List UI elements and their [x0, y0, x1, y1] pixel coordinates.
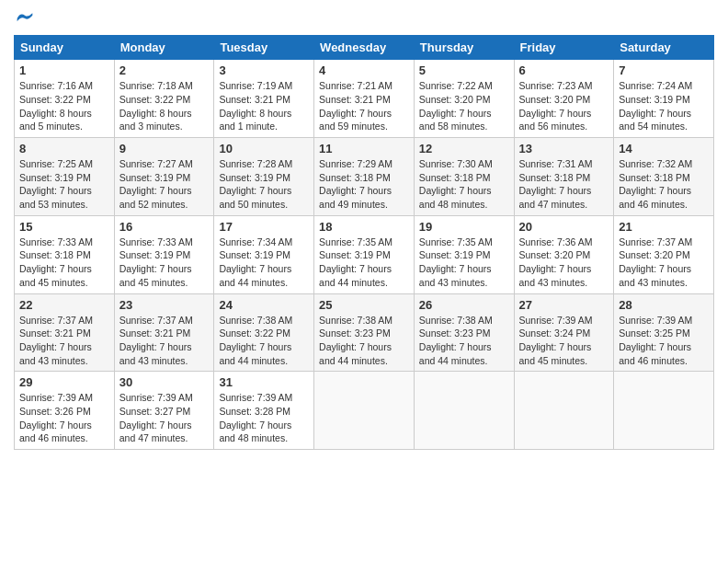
day-number: 24 — [219, 298, 309, 312]
calendar-day-cell: 28 Sunrise: 7:39 AM Sunset: 3:25 PM Dayl… — [614, 293, 714, 372]
day-info: Sunrise: 7:38 AM Sunset: 3:23 PM Dayligh… — [319, 314, 409, 368]
calendar-day-cell: 15 Sunrise: 7:33 AM Sunset: 3:18 PM Dayl… — [15, 215, 115, 293]
page-container: SundayMondayTuesdayWednesdayThursdayFrid… — [0, 0, 728, 459]
calendar-day-cell: 30 Sunrise: 7:39 AM Sunset: 3:27 PM Dayl… — [114, 372, 214, 450]
day-info: Sunrise: 7:39 AM Sunset: 3:26 PM Dayligh… — [19, 391, 109, 445]
day-number: 5 — [419, 63, 509, 77]
calendar-table: SundayMondayTuesdayWednesdayThursdayFrid… — [14, 35, 714, 450]
day-number: 7 — [619, 63, 709, 77]
day-info: Sunrise: 7:29 AM Sunset: 3:18 PM Dayligh… — [319, 157, 409, 212]
calendar-week-row: 1 Sunrise: 7:16 AM Sunset: 3:22 PM Dayli… — [15, 60, 714, 138]
logo — [14, 9, 34, 28]
day-number: 17 — [219, 220, 309, 234]
day-header-thursday: Thursday — [414, 36, 514, 60]
calendar-day-cell: 29 Sunrise: 7:39 AM Sunset: 3:26 PM Dayl… — [15, 372, 115, 450]
day-number: 27 — [519, 298, 609, 312]
day-info: Sunrise: 7:24 AM Sunset: 3:19 PM Dayligh… — [619, 79, 709, 133]
calendar-week-row: 15 Sunrise: 7:33 AM Sunset: 3:18 PM Dayl… — [15, 215, 714, 293]
day-info: Sunrise: 7:23 AM Sunset: 3:20 PM Dayligh… — [519, 79, 609, 133]
day-number: 23 — [119, 298, 210, 312]
calendar-day-cell: 2 Sunrise: 7:18 AM Sunset: 3:22 PM Dayli… — [114, 60, 214, 138]
day-info: Sunrise: 7:33 AM Sunset: 3:18 PM Dayligh… — [19, 236, 109, 290]
calendar-day-cell: 11 Sunrise: 7:29 AM Sunset: 3:18 PM Dayl… — [314, 138, 415, 216]
calendar-day-cell: 9 Sunrise: 7:27 AM Sunset: 3:19 PM Dayli… — [114, 138, 214, 216]
day-info: Sunrise: 7:21 AM Sunset: 3:21 PM Dayligh… — [319, 79, 409, 133]
day-number: 3 — [219, 63, 309, 77]
day-header-sunday: Sunday — [15, 36, 115, 60]
calendar-week-row: 29 Sunrise: 7:39 AM Sunset: 3:26 PM Dayl… — [15, 372, 714, 450]
calendar-week-row: 22 Sunrise: 7:37 AM Sunset: 3:21 PM Dayl… — [15, 293, 714, 372]
day-number: 11 — [319, 142, 409, 155]
day-info: Sunrise: 7:16 AM Sunset: 3:22 PM Dayligh… — [19, 79, 109, 133]
day-info: Sunrise: 7:39 AM Sunset: 3:25 PM Dayligh… — [619, 314, 709, 368]
day-info: Sunrise: 7:37 AM Sunset: 3:21 PM Dayligh… — [119, 314, 210, 368]
calendar-day-cell: 6 Sunrise: 7:23 AM Sunset: 3:20 PM Dayli… — [514, 60, 614, 138]
calendar-day-cell — [614, 372, 714, 450]
calendar-day-cell: 4 Sunrise: 7:21 AM Sunset: 3:21 PM Dayli… — [314, 60, 415, 138]
calendar-day-cell — [514, 372, 614, 450]
day-number: 12 — [419, 142, 509, 155]
day-info: Sunrise: 7:19 AM Sunset: 3:21 PM Dayligh… — [219, 79, 309, 133]
day-info: Sunrise: 7:37 AM Sunset: 3:21 PM Dayligh… — [19, 314, 109, 368]
day-info: Sunrise: 7:38 AM Sunset: 3:23 PM Dayligh… — [419, 314, 509, 368]
day-info: Sunrise: 7:38 AM Sunset: 3:22 PM Dayligh… — [219, 314, 309, 368]
day-header-wednesday: Wednesday — [314, 36, 415, 60]
header — [14, 9, 714, 28]
day-number: 19 — [419, 220, 509, 234]
calendar-day-cell: 13 Sunrise: 7:31 AM Sunset: 3:18 PM Dayl… — [514, 138, 614, 216]
day-info: Sunrise: 7:32 AM Sunset: 3:18 PM Dayligh… — [619, 157, 709, 212]
day-info: Sunrise: 7:33 AM Sunset: 3:19 PM Dayligh… — [119, 236, 210, 290]
calendar-day-cell: 10 Sunrise: 7:28 AM Sunset: 3:19 PM Dayl… — [214, 138, 314, 216]
calendar-day-cell: 17 Sunrise: 7:34 AM Sunset: 3:19 PM Dayl… — [214, 215, 314, 293]
calendar-header-row: SundayMondayTuesdayWednesdayThursdayFrid… — [15, 36, 714, 60]
day-number: 4 — [319, 63, 409, 77]
day-info: Sunrise: 7:30 AM Sunset: 3:18 PM Dayligh… — [419, 157, 509, 212]
day-header-tuesday: Tuesday — [214, 36, 314, 60]
day-number: 10 — [219, 142, 309, 155]
calendar-day-cell: 24 Sunrise: 7:38 AM Sunset: 3:22 PM Dayl… — [214, 293, 314, 372]
day-info: Sunrise: 7:34 AM Sunset: 3:19 PM Dayligh… — [219, 236, 309, 290]
calendar-day-cell: 19 Sunrise: 7:35 AM Sunset: 3:19 PM Dayl… — [414, 215, 514, 293]
calendar-day-cell: 25 Sunrise: 7:38 AM Sunset: 3:23 PM Dayl… — [314, 293, 415, 372]
day-info: Sunrise: 7:37 AM Sunset: 3:20 PM Dayligh… — [619, 236, 709, 290]
day-header-friday: Friday — [514, 36, 614, 60]
calendar-day-cell: 27 Sunrise: 7:39 AM Sunset: 3:24 PM Dayl… — [514, 293, 614, 372]
day-number: 30 — [119, 375, 210, 389]
calendar-day-cell: 21 Sunrise: 7:37 AM Sunset: 3:20 PM Dayl… — [614, 215, 714, 293]
calendar-day-cell: 16 Sunrise: 7:33 AM Sunset: 3:19 PM Dayl… — [114, 215, 214, 293]
calendar-day-cell: 8 Sunrise: 7:25 AM Sunset: 3:19 PM Dayli… — [15, 138, 115, 216]
day-number: 13 — [519, 142, 609, 155]
day-number: 20 — [519, 220, 609, 234]
day-number: 1 — [19, 63, 109, 77]
day-info: Sunrise: 7:39 AM Sunset: 3:24 PM Dayligh… — [519, 314, 609, 368]
day-number: 9 — [119, 142, 210, 155]
day-number: 15 — [19, 220, 109, 234]
calendar-day-cell — [414, 372, 514, 450]
day-number: 2 — [119, 63, 210, 77]
calendar-day-cell: 31 Sunrise: 7:39 AM Sunset: 3:28 PM Dayl… — [214, 372, 314, 450]
calendar-day-cell: 18 Sunrise: 7:35 AM Sunset: 3:19 PM Dayl… — [314, 215, 415, 293]
calendar-day-cell: 12 Sunrise: 7:30 AM Sunset: 3:18 PM Dayl… — [414, 138, 514, 216]
day-number: 28 — [619, 298, 709, 312]
day-info: Sunrise: 7:35 AM Sunset: 3:19 PM Dayligh… — [419, 236, 509, 290]
day-info: Sunrise: 7:35 AM Sunset: 3:19 PM Dayligh… — [319, 236, 409, 290]
calendar-day-cell: 23 Sunrise: 7:37 AM Sunset: 3:21 PM Dayl… — [114, 293, 214, 372]
day-info: Sunrise: 7:27 AM Sunset: 3:19 PM Dayligh… — [119, 157, 210, 212]
day-number: 29 — [19, 375, 109, 389]
calendar-week-row: 8 Sunrise: 7:25 AM Sunset: 3:19 PM Dayli… — [15, 138, 714, 216]
day-info: Sunrise: 7:22 AM Sunset: 3:20 PM Dayligh… — [419, 79, 509, 133]
calendar-day-cell: 14 Sunrise: 7:32 AM Sunset: 3:18 PM Dayl… — [614, 138, 714, 216]
day-number: 14 — [619, 142, 709, 155]
day-number: 16 — [119, 220, 210, 234]
calendar-day-cell: 22 Sunrise: 7:37 AM Sunset: 3:21 PM Dayl… — [15, 293, 115, 372]
day-info: Sunrise: 7:36 AM Sunset: 3:20 PM Dayligh… — [519, 236, 609, 290]
day-header-monday: Monday — [114, 36, 214, 60]
day-number: 6 — [519, 63, 609, 77]
day-number: 25 — [319, 298, 409, 312]
day-info: Sunrise: 7:31 AM Sunset: 3:18 PM Dayligh… — [519, 157, 609, 212]
calendar-day-cell: 7 Sunrise: 7:24 AM Sunset: 3:19 PM Dayli… — [614, 60, 714, 138]
calendar-day-cell: 5 Sunrise: 7:22 AM Sunset: 3:20 PM Dayli… — [414, 60, 514, 138]
logo-text — [14, 9, 34, 28]
calendar-day-cell: 1 Sunrise: 7:16 AM Sunset: 3:22 PM Dayli… — [15, 60, 115, 138]
day-info: Sunrise: 7:28 AM Sunset: 3:19 PM Dayligh… — [219, 157, 309, 212]
